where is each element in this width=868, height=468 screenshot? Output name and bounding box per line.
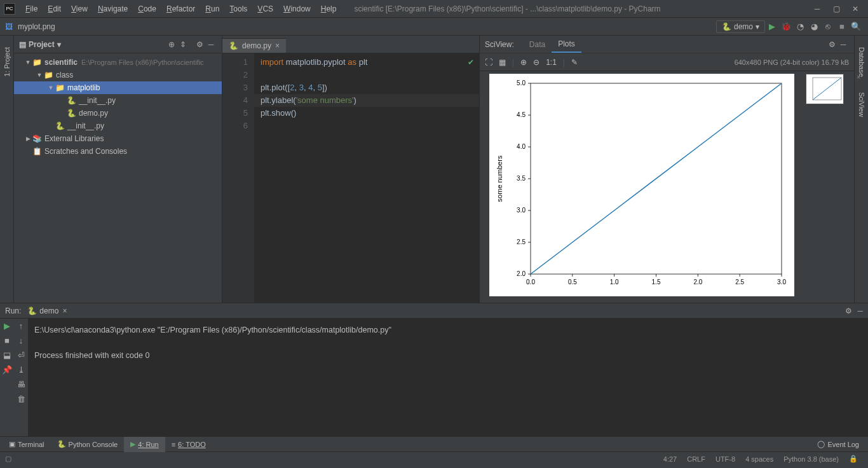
attach-icon[interactable]: ⎋ [821, 22, 835, 31]
code-content[interactable]: ✔ import matplotlib.pyplot as plt plt.pl… [254, 53, 479, 303]
app-logo-icon: PC [4, 3, 15, 15]
hide-panel-icon[interactable]: ─ [837, 40, 849, 49]
python-console-tab[interactable]: 🐍Python Console [51, 437, 125, 452]
indent-setting[interactable]: 4 spaces [740, 455, 778, 463]
svg-text:0.5: 0.5 [567, 279, 576, 286]
sciview-tool-tab[interactable]: SciView [857, 87, 867, 122]
menu-file[interactable]: File [20, 4, 43, 13]
tree-node-class[interactable]: ▼📁class [14, 69, 222, 81]
run-tab[interactable]: ▶4: Run [124, 437, 165, 452]
stop-icon[interactable]: ■ [4, 336, 10, 345]
project-tree[interactable]: ▼📁scientificE:\Program Files (x86)\Pytho… [14, 53, 222, 160]
tree-node-scratches-and-consoles[interactable]: 📋Scratches and Consoles [14, 145, 222, 158]
pin-icon[interactable]: 📌 [2, 365, 12, 375]
up-icon[interactable]: ↑ [19, 321, 24, 331]
tree-node-demo-py[interactable]: 🐍demo.py [14, 107, 222, 120]
sciview-tool-window: SciView: Data Plots ⚙ ─ ⛶ ▦ | ⊕ ⊖ 1:1 | … [479, 36, 854, 303]
expand-all-icon[interactable]: ⇕ [177, 40, 189, 49]
menu-navigate[interactable]: Navigate [93, 4, 133, 13]
hide-panel-icon[interactable]: ─ [857, 306, 863, 315]
tree-node--init-py[interactable]: 🐍__init__.py [14, 94, 222, 107]
project-tool-tab[interactable]: 1: Project [2, 42, 12, 81]
debug-button-icon[interactable]: 🐞 [779, 22, 793, 31]
todo-tab[interactable]: ≡6: TODO [165, 437, 212, 452]
run-tab-label[interactable]: demo [39, 306, 58, 315]
grid-icon[interactable]: ▦ [499, 58, 506, 67]
breadcrumb-file[interactable]: myplot.png [18, 22, 55, 31]
profile-icon[interactable]: ◕ [807, 22, 821, 31]
clear-icon[interactable]: 🗑 [17, 394, 25, 404]
gear-icon[interactable]: ⚙ [826, 40, 837, 49]
lock-icon[interactable]: 🔒 [844, 455, 863, 463]
run-configuration-selector[interactable]: 🐍 demo ▾ [716, 20, 765, 33]
color-picker-icon[interactable]: ✎ [571, 58, 578, 67]
svg-text:0.0: 0.0 [526, 279, 535, 286]
fit-icon[interactable]: ⛶ [485, 58, 492, 67]
tree-node--init-py[interactable]: 🐍__init__.py [14, 120, 222, 132]
print-icon[interactable]: 🖶 [17, 380, 25, 389]
hide-panel-icon[interactable]: ─ [205, 40, 217, 49]
menu-vcs[interactable]: VCS [252, 4, 278, 13]
menu-edit[interactable]: Edit [43, 4, 66, 13]
zoom-out-icon[interactable]: ⊖ [533, 58, 539, 67]
line-separator[interactable]: CRLF [682, 455, 710, 463]
tree-node-external-libraries[interactable]: ▶📚External Libraries [14, 132, 222, 145]
menu-run[interactable]: Run [200, 4, 224, 13]
menu-tools[interactable]: Tools [224, 4, 252, 13]
run-actions-left: ▶ ■ ⬓ 📌 [0, 319, 14, 436]
event-log-tab[interactable]: ◯Event Log [811, 437, 865, 452]
run-console-output[interactable]: E:\Users\cl\anaconda3\python.exe "E:/Pro… [28, 319, 868, 436]
maximize-icon[interactable]: ▢ [832, 4, 840, 13]
menu-refactor[interactable]: Refactor [161, 4, 200, 13]
sciview-tab-data[interactable]: Data [523, 36, 552, 53]
code-editor[interactable]: 123456 ✔ import matplotlib.pyplot as plt… [222, 53, 479, 303]
image-file-icon: 🖼 [5, 22, 14, 31]
menu-help[interactable]: Help [316, 4, 342, 13]
sciview-tab-plots[interactable]: Plots [552, 36, 581, 53]
run-button-icon[interactable]: ▶ [765, 22, 779, 31]
close-icon[interactable]: ✕ [851, 4, 859, 13]
status-icon[interactable]: ▢ [5, 455, 11, 463]
editor-tab-demo[interactable]: 🐍 demo.py × [222, 38, 286, 53]
project-panel-title[interactable]: ▤ Project ▾ [19, 40, 61, 49]
run-panel-title: Run: [5, 306, 21, 315]
locate-icon[interactable]: ⊕ [166, 40, 177, 49]
gear-icon[interactable]: ⚙ [194, 40, 205, 49]
gear-icon[interactable]: ⚙ [845, 306, 852, 315]
search-everywhere-icon[interactable]: 🔍 [849, 22, 863, 31]
sciview-toolbar: ⛶ ▦ | ⊕ ⊖ 1:1 | ✎ 640x480 PNG (24-bit co… [480, 53, 854, 71]
close-tab-icon[interactable]: × [275, 41, 280, 50]
zoom-in-icon[interactable]: ⊕ [520, 58, 527, 67]
cursor-position[interactable]: 4:27 [658, 455, 682, 463]
run-body: ▶ ■ ⬓ 📌 ↑ ↓ ⏎ ⤓ 🖶 🗑 E:\Users\cl\anaconda… [0, 319, 868, 436]
run-coverage-icon[interactable]: ◔ [793, 22, 807, 31]
scroll-end-icon[interactable]: ⤓ [18, 365, 25, 375]
plot-thumbnail[interactable] [806, 74, 844, 104]
menu-view[interactable]: View [66, 4, 93, 13]
soft-wrap-icon[interactable]: ⏎ [18, 350, 25, 360]
file-encoding[interactable]: UTF-8 [710, 455, 740, 463]
window-title: scientific [E:\Program Files (x86)\Pytho… [354, 4, 813, 13]
minimize-icon[interactable]: ─ [813, 4, 821, 13]
tree-node-scientific[interactable]: ▼📁scientificE:\Program Files (x86)\Pytho… [14, 56, 222, 69]
stop-icon[interactable]: ■ [835, 22, 849, 31]
status-bar: ▢ 4:27 CRLF UTF-8 4 spaces Python 3.8 (b… [0, 451, 868, 465]
plot-canvas[interactable]: 0.00.51.01.52.02.53.02.02.53.03.54.04.55… [480, 71, 803, 303]
menu-window[interactable]: Window [278, 4, 316, 13]
layout-icon[interactable]: ⬓ [3, 350, 11, 360]
tree-node-matplotlib[interactable]: ▼📁matplotlib [14, 81, 222, 94]
sciview-label: SciView: [485, 40, 514, 49]
rerun-icon[interactable]: ▶ [4, 321, 10, 331]
run-panel-header: Run: 🐍 demo × ⚙ ─ [0, 303, 868, 319]
actual-size-label[interactable]: 1:1 [546, 58, 557, 67]
chevron-down-icon: ▾ [57, 40, 61, 49]
down-icon[interactable]: ↓ [19, 336, 24, 345]
svg-text:4.0: 4.0 [517, 143, 526, 150]
interpreter[interactable]: Python 3.8 (base) [778, 455, 844, 463]
close-run-tab-icon[interactable]: × [62, 306, 67, 315]
terminal-tab[interactable]: ▣Terminal [3, 437, 51, 452]
run-config-label: demo [734, 22, 753, 31]
close-thumbnail-icon[interactable]: × [857, 74, 860, 81]
image-info: 640x480 PNG (24-bit color) 16.79 kB [735, 59, 849, 66]
menu-code[interactable]: Code [133, 4, 161, 13]
